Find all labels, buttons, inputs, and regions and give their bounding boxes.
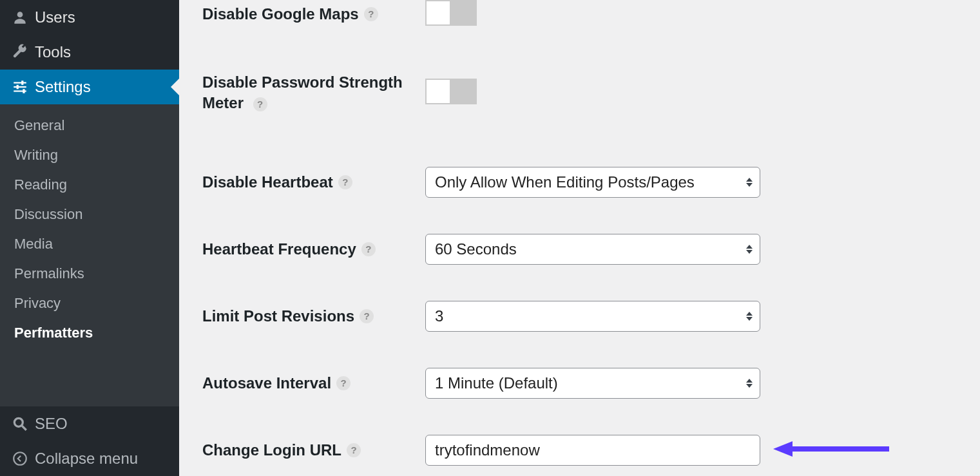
label-disable-google-maps: Disable Google Maps ? (202, 4, 425, 24)
label-disable-heartbeat: Disable Heartbeat ? (202, 172, 425, 193)
sidebar-item-tools[interactable]: Tools (0, 35, 179, 70)
label-autosave-interval: Autosave Interval ? (202, 373, 425, 394)
svg-point-9 (14, 452, 26, 465)
sidebar-item-label: Tools (35, 43, 71, 61)
sidebar-item-label: Collapse menu (35, 450, 138, 468)
svg-line-8 (22, 426, 26, 430)
label-heartbeat-frequency: Heartbeat Frequency ? (202, 239, 425, 260)
submenu-item-general[interactable]: General (0, 111, 179, 140)
annotation-arrow-icon (773, 439, 889, 462)
help-icon[interactable]: ? (364, 7, 378, 21)
svg-point-7 (14, 418, 23, 426)
submenu-item-reading[interactable]: Reading (0, 170, 179, 200)
label-change-login-url: Change Login URL ? (202, 440, 425, 461)
admin-sidebar: Users Tools Settings General Writing Rea… (0, 0, 179, 476)
users-icon (12, 9, 35, 26)
sidebar-item-users[interactable]: Users (0, 0, 179, 35)
label-disable-password-strength: Disable Password Strength Meter ? (202, 72, 425, 114)
sidebar-item-collapse[interactable]: Collapse menu (0, 441, 179, 476)
row-disable-heartbeat: Disable Heartbeat ? Only Allow When Edit… (202, 149, 980, 216)
search-icon (12, 415, 35, 432)
row-change-login-url: Change Login URL ? (202, 417, 980, 466)
submenu-item-permalinks[interactable]: Permalinks (0, 259, 179, 289)
label-limit-post-revisions: Limit Post Revisions ? (202, 306, 425, 327)
help-icon[interactable]: ? (253, 97, 267, 111)
svg-point-0 (17, 12, 23, 17)
sidebar-item-settings[interactable]: Settings (0, 70, 179, 104)
row-heartbeat-frequency: Heartbeat Frequency ? 60 Seconds (202, 216, 980, 283)
help-icon[interactable]: ? (347, 443, 361, 457)
submenu-item-writing[interactable]: Writing (0, 140, 179, 170)
sidebar-item-seo[interactable]: SEO (0, 406, 179, 441)
svg-rect-4 (21, 81, 23, 85)
select-disable-heartbeat[interactable]: Only Allow When Editing Posts/Pages (425, 167, 760, 198)
svg-rect-2 (14, 86, 26, 88)
select-limit-post-revisions[interactable]: 3 (425, 301, 760, 332)
toggle-disable-google-maps[interactable] (425, 0, 477, 26)
row-autosave-interval: Autosave Interval ? 1 Minute (Default) (202, 350, 980, 417)
toggle-disable-password-strength[interactable] (425, 79, 477, 104)
sidebar-item-label: Users (35, 8, 75, 26)
sidebar-item-label: Settings (35, 78, 91, 96)
select-heartbeat-frequency[interactable]: 60 Seconds (425, 234, 760, 265)
svg-rect-5 (17, 85, 19, 90)
sidebar-bottom: SEO Collapse menu (0, 406, 179, 476)
wrench-icon (12, 44, 35, 61)
submenu-item-discussion[interactable]: Discussion (0, 200, 179, 229)
row-disable-password-strength: Disable Password Strength Meter ? (202, 50, 980, 149)
settings-panel: Disable Google Maps ? Disable Password S… (179, 0, 980, 476)
svg-rect-1 (14, 82, 26, 83)
help-icon[interactable]: ? (360, 309, 374, 323)
row-disable-google-maps: Disable Google Maps ? (202, 0, 980, 50)
input-change-login-url[interactable] (425, 435, 760, 466)
row-limit-post-revisions: Limit Post Revisions ? 3 (202, 283, 980, 350)
submenu-item-privacy[interactable]: Privacy (0, 289, 179, 318)
help-icon[interactable]: ? (338, 175, 352, 189)
sliders-icon (12, 79, 35, 95)
settings-submenu: General Writing Reading Discussion Media… (0, 104, 179, 406)
svg-marker-19 (773, 441, 793, 457)
help-icon[interactable]: ? (336, 376, 351, 390)
svg-rect-6 (23, 89, 24, 93)
submenu-item-perfmatters[interactable]: Perfmatters (0, 318, 179, 348)
sidebar-item-label: SEO (35, 415, 68, 433)
select-autosave-interval[interactable]: 1 Minute (Default) (425, 368, 760, 399)
submenu-item-media[interactable]: Media (0, 229, 179, 259)
help-icon[interactable]: ? (361, 242, 376, 256)
collapse-icon (12, 450, 35, 467)
